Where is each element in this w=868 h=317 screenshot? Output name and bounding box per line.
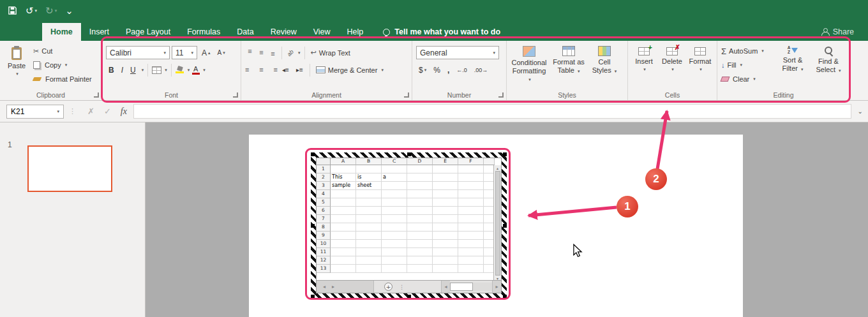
cell-D1[interactable] xyxy=(407,165,433,173)
tab-review[interactable]: Review xyxy=(262,23,305,41)
column-header-D[interactable]: D xyxy=(407,158,433,165)
sort-filter-button[interactable]: AZ Sort & Filter ▾ xyxy=(774,44,811,86)
cell-D5[interactable] xyxy=(407,198,433,207)
tab-home[interactable]: Home xyxy=(42,23,81,41)
row-header-2[interactable]: 2 xyxy=(317,173,331,182)
cell-C12[interactable] xyxy=(382,256,407,265)
autosum-dropdown-icon[interactable]: ▾ xyxy=(761,48,764,54)
cell-C5[interactable] xyxy=(382,198,407,207)
cell-A13[interactable] xyxy=(331,265,356,273)
row-header-11[interactable]: 11 xyxy=(317,248,331,256)
cell-A2[interactable]: This xyxy=(331,173,356,182)
resize-handle-e[interactable] xyxy=(503,224,507,228)
cell-D10[interactable] xyxy=(407,240,433,248)
delete-cells-button[interactable]: ✗ Delete ▾ xyxy=(658,44,686,72)
hscroll-right-icon[interactable]: ▸ xyxy=(492,281,501,293)
row-header-10[interactable]: 10 xyxy=(317,240,331,248)
cell-A5[interactable] xyxy=(331,198,356,207)
increase-decimal-button[interactable]: ←.0 xyxy=(454,63,470,77)
underline-button[interactable]: U xyxy=(128,63,138,77)
clipboard-dialog-launcher[interactable] xyxy=(94,92,99,98)
save-button[interactable] xyxy=(8,6,17,15)
cell-C3[interactable] xyxy=(382,182,407,190)
align-right-button[interactable]: ≡ xyxy=(268,65,278,75)
cell-D12[interactable] xyxy=(407,256,433,265)
insert-cells-button[interactable]: + Insert ▾ xyxy=(630,44,658,72)
cell-F7[interactable] xyxy=(458,215,484,223)
cell-E10[interactable] xyxy=(433,240,458,248)
cell-B5[interactable] xyxy=(356,198,382,207)
delete-cells-dropdown-icon[interactable]: ▾ xyxy=(671,67,674,72)
prev-sheet-icon[interactable]: ◂ xyxy=(323,284,326,290)
number-dialog-launcher[interactable] xyxy=(498,92,504,98)
row-header-7[interactable]: 7 xyxy=(317,215,331,223)
cell-F13[interactable] xyxy=(458,265,484,273)
cell-A1[interactable] xyxy=(331,165,356,173)
ws-horizontal-scrollbar[interactable]: ◂ ▸ xyxy=(441,281,501,293)
decrease-font-size-button[interactable]: A▾ xyxy=(215,46,228,59)
resize-handle-sw[interactable] xyxy=(311,295,315,299)
row-header-5[interactable]: 5 xyxy=(317,198,331,207)
cell-A6[interactable] xyxy=(331,207,356,215)
align-bottom-button[interactable]: ≡ xyxy=(268,48,278,57)
cell-F5[interactable] xyxy=(458,198,484,207)
resize-handle-n[interactable] xyxy=(407,152,411,156)
cell-D2[interactable] xyxy=(407,173,433,182)
cell-D13[interactable] xyxy=(407,265,433,273)
alignment-dialog-launcher[interactable] xyxy=(404,92,409,98)
tab-data[interactable]: Data xyxy=(228,23,262,41)
cell-C7[interactable] xyxy=(382,215,407,223)
cell-A10[interactable] xyxy=(331,240,356,248)
row-header-6[interactable]: 6 xyxy=(317,207,331,215)
align-middle-button[interactable]: ≡ xyxy=(257,48,266,57)
cell-B9[interactable] xyxy=(356,232,382,240)
cell-B10[interactable] xyxy=(356,240,382,248)
borders-dropdown-icon[interactable]: ▾ xyxy=(165,68,167,73)
cell-B11[interactable] xyxy=(356,248,382,256)
paste-button[interactable]: Paste ▾ xyxy=(2,44,31,86)
column-header-A[interactable]: A xyxy=(331,158,356,165)
autosum-button[interactable]: Σ AutoSum ▾ xyxy=(719,44,774,58)
cell-F4[interactable] xyxy=(458,190,484,198)
scroll-up-icon[interactable]: ▴ xyxy=(497,166,498,170)
cell-D8[interactable] xyxy=(407,223,433,232)
resize-handle-se[interactable] xyxy=(503,295,507,299)
redo-dropdown-icon[interactable]: ▾ xyxy=(55,8,57,13)
tab-page-layout[interactable]: Page Layout xyxy=(117,23,179,41)
format-painter-button[interactable]: Format Painter xyxy=(31,72,94,86)
cell-B1[interactable] xyxy=(356,165,382,173)
cell-A12[interactable] xyxy=(331,256,356,265)
sheet-tab-navigation[interactable]: ◂ ▸ xyxy=(317,281,374,293)
cell-A7[interactable] xyxy=(331,215,356,223)
cell-E6[interactable] xyxy=(433,207,458,215)
cell-F12[interactable] xyxy=(458,256,484,265)
paste-dropdown-icon[interactable]: ▾ xyxy=(16,71,19,77)
fill-color-button[interactable] xyxy=(176,66,184,73)
row-header-1[interactable]: 1 xyxy=(317,165,331,173)
clear-dropdown-icon[interactable]: ▾ xyxy=(753,77,756,82)
row-header-13[interactable]: 13 xyxy=(317,265,331,273)
format-as-table-button[interactable]: Format as Table ▾ xyxy=(550,44,588,83)
font-size-dropdown-icon[interactable]: ▾ xyxy=(191,50,193,55)
format-cells-dropdown-icon[interactable]: ▾ xyxy=(700,67,702,72)
cell-F2[interactable] xyxy=(458,173,484,182)
row-header-8[interactable]: 8 xyxy=(317,223,331,232)
cell-E8[interactable] xyxy=(433,223,458,232)
number-format-combo[interactable]: General ▾ xyxy=(416,46,499,59)
cell-D3[interactable] xyxy=(407,182,433,190)
align-center-button[interactable]: ≡ xyxy=(257,65,266,75)
cell-C10[interactable] xyxy=(382,240,407,248)
cell-B8[interactable] xyxy=(356,223,382,232)
slide-canvas[interactable]: ABCDEF 12Thisisa3samplesheet456789101112… xyxy=(249,135,743,317)
column-header-B[interactable]: B xyxy=(356,158,382,165)
row-header-9[interactable]: 9 xyxy=(317,232,331,240)
ws-vertical-scrollbar[interactable]: ▴ ▾ xyxy=(493,165,501,281)
vscroll-thumb[interactable] xyxy=(495,171,500,276)
column-header-F[interactable]: F xyxy=(458,158,484,165)
cell-A11[interactable] xyxy=(331,248,356,256)
cell-styles-button[interactable]: Cell Styles ▾ xyxy=(588,44,621,83)
cell-B13[interactable] xyxy=(356,265,382,273)
row-header-12[interactable]: 12 xyxy=(317,256,331,265)
column-header-partial[interactable] xyxy=(484,158,495,165)
name-box[interactable]: K21 ▾ xyxy=(6,105,64,119)
